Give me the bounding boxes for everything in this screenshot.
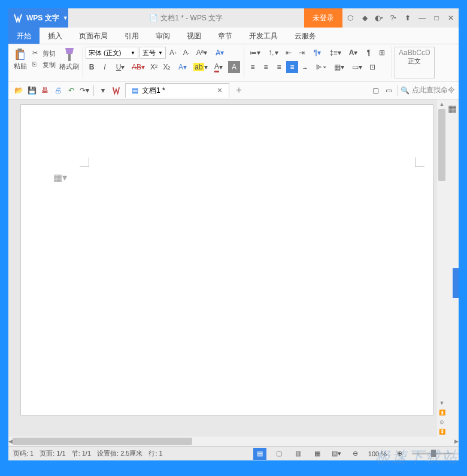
font-size-select[interactable]: 五号▼	[140, 47, 166, 59]
view-reading-button[interactable]: ▧▾	[330, 448, 343, 460]
status-section[interactable]: 节: 1/1	[72, 449, 91, 458]
customize-qa-button[interactable]: ▾	[96, 84, 110, 97]
menu-tab-reference[interactable]: 引用	[116, 28, 147, 44]
grow-font-button[interactable]: A+	[167, 47, 179, 59]
view-print-layout-button[interactable]: ▤	[253, 448, 266, 460]
menu-tab-start[interactable]: 开始	[8, 28, 40, 44]
panel-toggle-icon[interactable]: ▦	[448, 103, 457, 113]
strikethrough-button[interactable]: AB▾	[130, 61, 147, 73]
zoom-handle[interactable]	[431, 450, 436, 457]
show-marks-button[interactable]: ¶	[363, 47, 375, 59]
shrink-font-button[interactable]: A-	[180, 47, 192, 59]
line-spacing-button[interactable]: ‡≡▾	[327, 47, 344, 59]
align-distribute-button[interactable]: ⫠	[299, 61, 311, 73]
font-name-select[interactable]: 宋体 (正文)▼	[86, 47, 138, 59]
view-web-button[interactable]: ▦	[311, 448, 324, 460]
print-preview-button[interactable]: 🖶	[38, 84, 51, 97]
skin-icon[interactable]: ◐▾	[375, 14, 383, 22]
scroll-up-icon[interactable]: ▲	[437, 99, 447, 109]
new-tab-button[interactable]: ＋	[234, 84, 244, 96]
search-command-input[interactable]: 🔍 点此查找命令	[401, 85, 455, 95]
minimize-ribbon-button[interactable]: ▭	[382, 84, 395, 97]
align-justify-button[interactable]: ≡	[286, 61, 298, 73]
cut-button[interactable]: ✂剪切	[31, 48, 57, 59]
font-color-button[interactable]: A▾	[210, 61, 227, 73]
side-panel-tab[interactable]	[453, 268, 459, 298]
text-direction-button[interactable]: ¶▾	[309, 47, 326, 59]
browse-object-icon[interactable]: ⊙	[437, 417, 447, 427]
numbering-button[interactable]: ⒈▾	[265, 47, 281, 59]
scroll-right-icon[interactable]: ▶	[454, 436, 459, 446]
document-tab[interactable]: ▤ 文档1 * ✕	[125, 83, 229, 98]
upload-icon[interactable]: ⬆	[404, 14, 412, 22]
scroll-thumb[interactable]	[438, 109, 445, 181]
document-area[interactable]: ▦▾	[8, 99, 437, 436]
horizontal-scrollbar[interactable]: ◀ ▶	[8, 436, 459, 446]
page-action-icon[interactable]: ▦▾	[53, 172, 67, 183]
borders-btn-top[interactable]: ⊞	[376, 47, 388, 59]
status-line[interactable]: 行: 1	[148, 449, 162, 458]
help-icon[interactable]: ?▾	[389, 14, 398, 22]
save-button[interactable]: 💾	[25, 84, 38, 97]
status-page-num[interactable]: 页码: 1	[13, 449, 34, 458]
menu-tab-review[interactable]: 审阅	[147, 28, 178, 44]
menu-tab-cloud[interactable]: 云服务	[286, 28, 325, 44]
zoom-in-button[interactable]: ⊕	[393, 448, 406, 460]
zoom-value[interactable]: 100 %	[368, 450, 387, 457]
clear-format-button[interactable]: A̷▾	[211, 47, 228, 59]
scroll-thumb-h[interactable]	[13, 438, 192, 445]
hex-icon[interactable]: ⬡	[346, 14, 354, 22]
increase-indent-button[interactable]: ⇥	[296, 47, 308, 59]
status-setting[interactable]: 设置值: 2.5厘米	[97, 449, 142, 458]
borders-button[interactable]: ▭▾	[348, 61, 365, 73]
superscript-button[interactable]: X²	[148, 61, 160, 73]
login-button[interactable]: 未登录	[304, 8, 342, 28]
menu-tab-dev[interactable]: 开发工具	[241, 28, 286, 44]
cloud-icon[interactable]: ◆	[360, 14, 369, 22]
para-settings-button[interactable]: ⊡	[366, 61, 378, 73]
zoom-out-button[interactable]: ⊖	[349, 448, 362, 460]
bold-button[interactable]: B	[86, 61, 98, 73]
redo-button[interactable]: ↷▾	[78, 84, 91, 97]
view-fullscreen-button[interactable]: ▢	[272, 448, 286, 460]
style-normal[interactable]: AaBbCcD 正文	[395, 47, 435, 78]
indent-spacing-button[interactable]: ⫸▾	[313, 61, 329, 73]
highlight-button[interactable]: ab▾	[192, 61, 209, 73]
print-button[interactable]: 🖨	[51, 84, 65, 97]
next-page-icon[interactable]: ⏬	[437, 427, 447, 436]
minimize-icon[interactable]: —	[418, 14, 426, 22]
menu-tab-chapter[interactable]: 章节	[210, 28, 241, 44]
open-button[interactable]: 📂	[12, 84, 25, 97]
menu-tab-layout[interactable]: 页面布局	[71, 28, 116, 44]
copy-button[interactable]: ⎘复制	[31, 60, 57, 70]
scroll-left-icon[interactable]: ◀	[8, 436, 13, 446]
app-dropdown-icon[interactable]: ▼	[63, 15, 68, 21]
align-right-button[interactable]: ≡	[273, 61, 285, 73]
underline-button[interactable]: U▾	[112, 61, 129, 73]
menu-tab-insert[interactable]: 插入	[40, 28, 71, 44]
maximize-icon[interactable]: □	[432, 14, 441, 22]
decrease-indent-button[interactable]: ⇤	[283, 47, 295, 59]
document-page[interactable]: ▦▾	[20, 104, 433, 416]
close-icon[interactable]: ✕	[447, 14, 455, 22]
shading-button[interactable]: ▦▾	[330, 61, 347, 73]
align-left-button[interactable]: ≡	[247, 61, 259, 73]
status-page-of[interactable]: 页面: 1/1	[40, 449, 65, 458]
italic-button[interactable]: I	[99, 61, 111, 73]
prev-page-icon[interactable]: ⏫	[437, 408, 447, 417]
char-scale-button[interactable]: A▾	[345, 47, 362, 59]
scroll-track[interactable]	[437, 109, 447, 398]
scroll-down-icon[interactable]: ▼	[437, 398, 447, 408]
view-outline-button[interactable]: ▥	[292, 448, 305, 460]
screen-button[interactable]: ▢	[369, 84, 382, 97]
vertical-scrollbar[interactable]: ▲ ▼ ⏫ ⊙ ⏬	[437, 99, 447, 436]
zoom-slider[interactable]	[412, 453, 454, 454]
change-case-button[interactable]: Aª▾	[193, 47, 210, 59]
subscript-button[interactable]: X₂	[161, 61, 173, 73]
bullets-button[interactable]: ≔▾	[247, 47, 263, 59]
wps-home-button[interactable]	[110, 84, 123, 97]
paste-button[interactable]: 粘贴	[12, 48, 29, 71]
scroll-track-h[interactable]	[13, 436, 454, 446]
menu-tab-view[interactable]: 视图	[178, 28, 210, 44]
character-shading-button[interactable]: A	[228, 61, 240, 73]
